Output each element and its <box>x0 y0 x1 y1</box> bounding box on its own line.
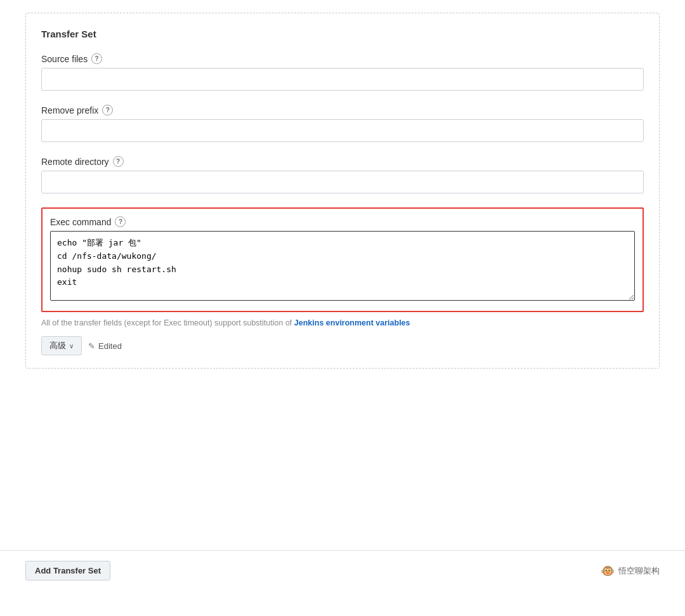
source-files-label-row: Source files ? <box>41 53 644 64</box>
remove-prefix-group: Remove prefix ? <box>41 105 644 142</box>
info-text: All of the transfer fields (except for E… <box>41 318 644 327</box>
exec-command-highlighted-box: Exec command ? echo "部署 jar 包" cd /nfs-d… <box>41 207 644 312</box>
transfer-set-container: Transfer Set Source files ? Remove prefi… <box>25 13 660 369</box>
remove-prefix-input[interactable] <box>41 119 644 142</box>
remote-directory-label-row: Remote directory ? <box>41 156 644 167</box>
add-transfer-set-button[interactable]: Add Transfer Set <box>25 561 110 580</box>
source-files-input[interactable] <box>41 68 644 91</box>
transfer-set-title: Transfer Set <box>41 29 644 39</box>
remote-directory-help-icon[interactable]: ? <box>113 156 124 167</box>
edited-label: Edited <box>98 341 122 351</box>
remove-prefix-help-icon[interactable]: ? <box>102 105 113 115</box>
bottom-bar: 高级 ∨ ✎ Edited <box>41 336 644 355</box>
branding-text: 悟空聊架构 <box>618 565 660 577</box>
exec-command-textarea[interactable]: echo "部署 jar 包" cd /nfs-data/wukong/ noh… <box>50 231 635 301</box>
main-content: Transfer Set Source files ? Remove prefi… <box>0 13 685 550</box>
remote-directory-label: Remote directory <box>41 157 109 167</box>
remove-prefix-label-row: Remove prefix ? <box>41 105 644 115</box>
transfer-set-title-group: Transfer Set <box>41 29 644 39</box>
source-files-help-icon[interactable]: ? <box>91 53 102 64</box>
advanced-label: 高级 <box>49 340 66 351</box>
source-files-group: Source files ? <box>41 53 644 91</box>
branding: 🐵 悟空聊架构 <box>601 564 660 578</box>
advanced-button[interactable]: 高级 ∨ <box>41 336 82 355</box>
branding-icon: 🐵 <box>601 564 615 578</box>
footer-bar: Add Transfer Set 🐵 悟空聊架构 <box>0 550 685 591</box>
edited-badge: ✎ Edited <box>88 341 122 351</box>
remove-prefix-label: Remove prefix <box>41 105 98 115</box>
remote-directory-input[interactable] <box>41 171 644 193</box>
page-wrapper: Transfer Set Source files ? Remove prefi… <box>0 0 685 616</box>
pencil-icon: ✎ <box>88 341 95 351</box>
source-files-label: Source files <box>41 54 88 64</box>
jenkins-env-vars-link[interactable]: Jenkins environment variables <box>294 318 410 327</box>
info-text-static: All of the transfer fields (except for E… <box>41 318 294 327</box>
chevron-down-icon: ∨ <box>69 343 74 350</box>
exec-command-label: Exec command <box>50 217 111 227</box>
remote-directory-group: Remote directory ? <box>41 156 644 193</box>
exec-command-label-row: Exec command ? <box>50 216 635 227</box>
exec-command-help-icon[interactable]: ? <box>115 216 126 227</box>
